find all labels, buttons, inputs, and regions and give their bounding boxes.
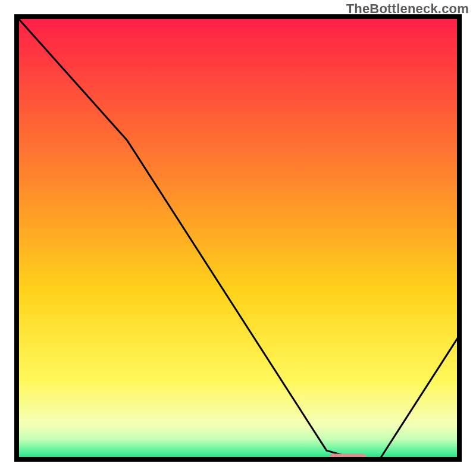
plot-background xyxy=(17,17,459,459)
watermark-text: TheBottleneck.com xyxy=(346,1,469,17)
bottleneck-chart xyxy=(0,0,476,476)
chart-container: TheBottleneck.com xyxy=(0,0,476,476)
